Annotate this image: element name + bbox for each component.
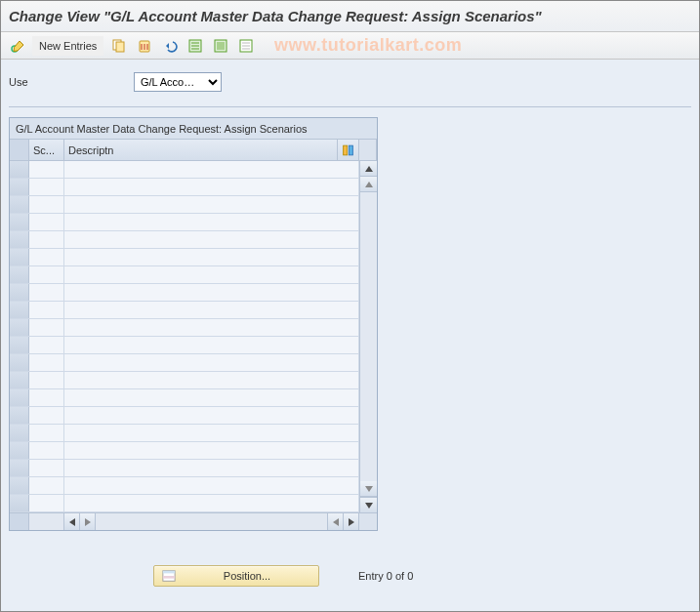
cell-description[interactable] bbox=[64, 477, 359, 494]
row-selector[interactable] bbox=[10, 372, 29, 388]
cell-scenario[interactable] bbox=[29, 319, 64, 336]
scroll-left-first-button[interactable] bbox=[64, 513, 80, 530]
cell-description[interactable] bbox=[64, 284, 359, 301]
column-header-description[interactable]: Descriptn bbox=[64, 140, 338, 160]
cell-description[interactable] bbox=[64, 179, 359, 195]
cell-scenario[interactable] bbox=[29, 389, 64, 406]
cell-description[interactable] bbox=[64, 442, 359, 459]
cell-description[interactable] bbox=[64, 266, 359, 283]
table-settings-button[interactable] bbox=[338, 140, 359, 160]
copy-icon bbox=[111, 38, 127, 54]
row-selector[interactable] bbox=[10, 302, 29, 318]
table-row bbox=[10, 337, 359, 354]
row-selector[interactable] bbox=[10, 425, 29, 441]
cell-description[interactable] bbox=[64, 372, 359, 388]
row-selector[interactable] bbox=[10, 231, 29, 248]
row-selector[interactable] bbox=[10, 214, 29, 230]
position-button[interactable]: Position... bbox=[153, 565, 319, 587]
undo-button[interactable] bbox=[158, 36, 182, 56]
row-selector[interactable] bbox=[10, 319, 29, 336]
row-selector[interactable] bbox=[10, 442, 29, 459]
cell-description[interactable] bbox=[64, 389, 359, 406]
cell-scenario[interactable] bbox=[29, 354, 64, 371]
cell-description[interactable] bbox=[64, 425, 359, 441]
cell-scenario[interactable] bbox=[29, 302, 64, 318]
row-selector[interactable] bbox=[10, 284, 29, 301]
cell-description[interactable] bbox=[64, 319, 359, 336]
copy-as-button[interactable] bbox=[107, 36, 131, 56]
app-frame: Change View "G/L Account Master Data Cha… bbox=[0, 0, 700, 612]
scenarios-table: G/L Account Master Data Change Request: … bbox=[9, 117, 378, 531]
cell-description[interactable] bbox=[64, 196, 359, 213]
cell-scenario[interactable] bbox=[29, 372, 64, 388]
cell-scenario[interactable] bbox=[29, 214, 64, 230]
app-toolbar: New Entries www.tutorialkart.com bbox=[1, 32, 699, 60]
cell-description[interactable] bbox=[64, 302, 359, 318]
delete-button[interactable] bbox=[133, 36, 156, 56]
vertical-scrollbar[interactable] bbox=[359, 161, 377, 512]
scroll-up-step-button[interactable] bbox=[360, 177, 377, 192]
deselect-all-button[interactable] bbox=[234, 36, 258, 56]
toggle-display-change-button[interactable] bbox=[7, 36, 30, 56]
cell-scenario[interactable] bbox=[29, 161, 64, 178]
table-row bbox=[10, 477, 359, 495]
cell-scenario[interactable] bbox=[29, 425, 64, 441]
cell-scenario[interactable] bbox=[29, 179, 64, 195]
scroll-up-button[interactable] bbox=[360, 161, 377, 177]
cell-scenario[interactable] bbox=[29, 284, 64, 301]
cell-scenario[interactable] bbox=[29, 231, 64, 248]
row-selector-header[interactable] bbox=[10, 140, 29, 160]
cell-scenario[interactable] bbox=[29, 495, 64, 511]
divider bbox=[9, 106, 691, 107]
cell-description[interactable] bbox=[64, 460, 359, 476]
row-selector[interactable] bbox=[10, 495, 29, 511]
cell-description[interactable] bbox=[64, 214, 359, 230]
row-selector[interactable] bbox=[10, 266, 29, 283]
chevron-left-icon bbox=[333, 518, 339, 526]
row-selector[interactable] bbox=[10, 249, 29, 265]
row-selector[interactable] bbox=[10, 389, 29, 406]
column-header-scenario[interactable]: Sc... bbox=[29, 140, 64, 160]
cell-scenario[interactable] bbox=[29, 249, 64, 265]
cell-description[interactable] bbox=[64, 231, 359, 248]
select-all-button[interactable] bbox=[184, 36, 207, 56]
cell-scenario[interactable] bbox=[29, 266, 64, 283]
use-select[interactable]: G/L Acco… bbox=[134, 72, 222, 92]
cell-scenario[interactable] bbox=[29, 442, 64, 459]
cell-description[interactable] bbox=[64, 407, 359, 424]
row-selector[interactable] bbox=[10, 460, 29, 476]
vscroll-header-space bbox=[359, 140, 377, 160]
cell-scenario[interactable] bbox=[29, 337, 64, 353]
cell-description[interactable] bbox=[64, 495, 359, 511]
cell-description[interactable] bbox=[64, 337, 359, 353]
new-entries-button[interactable]: New Entries bbox=[32, 36, 103, 56]
horizontal-scrollbar[interactable] bbox=[10, 512, 377, 530]
vscroll-track[interactable] bbox=[360, 192, 377, 481]
cell-scenario[interactable] bbox=[29, 477, 64, 494]
scroll-down-button[interactable] bbox=[360, 497, 377, 512]
table-row bbox=[10, 214, 359, 231]
select-block-button[interactable] bbox=[209, 36, 232, 56]
scroll-left-button[interactable] bbox=[80, 513, 96, 530]
row-selector[interactable] bbox=[10, 161, 29, 178]
row-selector[interactable] bbox=[10, 179, 29, 195]
cell-scenario[interactable] bbox=[29, 460, 64, 476]
row-selector[interactable] bbox=[10, 337, 29, 353]
cell-scenario[interactable] bbox=[29, 196, 64, 213]
cell-description[interactable] bbox=[64, 354, 359, 371]
table-row bbox=[10, 284, 359, 302]
table-header-row: Sc... Descriptn bbox=[10, 140, 377, 161]
scroll-right-button[interactable] bbox=[328, 513, 344, 530]
row-selector[interactable] bbox=[10, 407, 29, 424]
scroll-down-step-button[interactable] bbox=[360, 481, 377, 497]
cell-scenario[interactable] bbox=[29, 407, 64, 424]
svg-rect-6 bbox=[217, 42, 225, 50]
hscroll-track[interactable] bbox=[96, 513, 328, 530]
row-selector[interactable] bbox=[10, 196, 29, 213]
entry-count-text: Entry 0 of 0 bbox=[358, 570, 413, 582]
cell-description[interactable] bbox=[64, 249, 359, 265]
row-selector[interactable] bbox=[10, 477, 29, 494]
scroll-right-last-button[interactable] bbox=[344, 513, 359, 530]
cell-description[interactable] bbox=[64, 161, 359, 178]
row-selector[interactable] bbox=[10, 354, 29, 371]
